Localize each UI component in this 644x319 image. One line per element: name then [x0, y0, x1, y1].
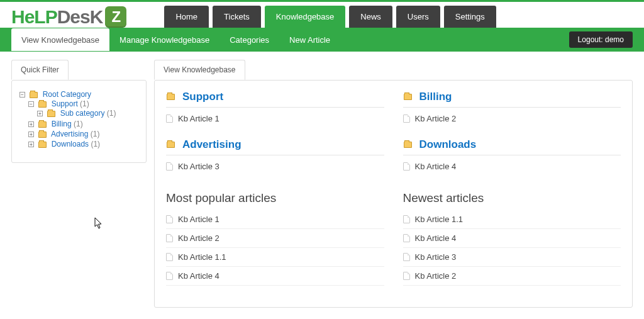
category-tree: − Root Category − Support (1)	[19, 89, 138, 150]
document-icon	[403, 272, 410, 280]
tree-count: (1)	[107, 109, 116, 118]
folder-icon	[404, 142, 412, 148]
subnav-new-article[interactable]: New Article	[279, 29, 340, 51]
subnav-categories[interactable]: Categories	[219, 29, 279, 51]
brand-badge: Z	[105, 6, 126, 28]
article-link[interactable]: Kb Article 1.1	[403, 210, 621, 229]
tree-count: (1)	[91, 140, 100, 148]
tree-toggle-icon[interactable]: −	[19, 92, 25, 98]
article-link[interactable]: Kb Article 1	[166, 210, 384, 229]
article-link[interactable]: Kb Article 2	[166, 229, 384, 248]
nav-home[interactable]: Home	[164, 6, 209, 28]
tree-downloads[interactable]: Downloads	[52, 140, 89, 148]
main-nav: Home Tickets Knowledgebase News Users Se…	[164, 6, 496, 28]
document-icon	[166, 234, 173, 242]
category-downloads[interactable]: Downloads	[403, 136, 621, 155]
article-link[interactable]: Kb Article 3	[166, 159, 384, 174]
newest-heading: Newest articles	[403, 191, 621, 205]
article-link[interactable]: Kb Article 4	[403, 229, 621, 248]
tree-toggle-icon[interactable]: +	[37, 111, 43, 116]
document-icon	[403, 115, 410, 123]
tree-root-category[interactable]: Root Category	[43, 90, 91, 99]
article-link[interactable]: Kb Article 2	[403, 111, 621, 126]
category-title: Advertising	[182, 138, 242, 151]
brand-part1: HeLP	[11, 6, 57, 28]
document-icon	[166, 215, 173, 223]
folder-icon	[38, 132, 47, 138]
nav-news[interactable]: News	[349, 6, 392, 28]
article-link[interactable]: Kb Article 4	[166, 267, 384, 286]
document-icon	[166, 272, 173, 280]
folder-icon	[47, 111, 55, 117]
popular-heading: Most popular articles	[166, 191, 384, 205]
folder-icon	[30, 92, 38, 98]
tree-count: (1)	[91, 130, 100, 138]
article-link[interactable]: Kb Article 3	[403, 248, 621, 267]
article-link[interactable]: Kb Article 1.1	[166, 248, 384, 267]
subnav-view-kb[interactable]: View Knowledgebase	[11, 28, 109, 51]
nav-knowledgebase[interactable]: Knowledgebase	[265, 6, 346, 28]
tree-sub-category[interactable]: Sub category	[60, 109, 105, 118]
category-advertising[interactable]: Advertising	[166, 136, 384, 155]
tree-support[interactable]: Support	[52, 99, 78, 108]
category-title: Support	[182, 91, 223, 103]
tree-toggle-icon[interactable]: +	[28, 142, 34, 147]
document-icon	[403, 215, 410, 223]
tree-toggle-icon[interactable]: +	[28, 121, 34, 127]
article-link[interactable]: Kb Article 2	[403, 267, 621, 286]
folder-icon	[404, 94, 412, 100]
tree-toggle-icon[interactable]: −	[28, 101, 34, 107]
document-icon	[166, 253, 173, 261]
brand-part2: DesK	[57, 6, 103, 28]
folder-icon	[167, 142, 175, 148]
nav-tickets[interactable]: Tickets	[213, 6, 261, 28]
category-billing[interactable]: Billing	[403, 88, 621, 108]
brand-logo[interactable]: HeLPDesK Z	[11, 6, 126, 28]
category-support[interactable]: Support	[166, 88, 384, 108]
document-icon	[166, 162, 173, 171]
sub-nav: View Knowledgebase Manage Knowledgebase …	[0, 28, 644, 52]
folder-icon	[167, 94, 175, 100]
folder-icon	[38, 121, 47, 128]
category-title: Billing	[419, 91, 452, 103]
tree-count: (1)	[80, 99, 89, 108]
article-link[interactable]: Kb Article 4	[403, 159, 621, 174]
tree-count: (1)	[74, 120, 83, 128]
tree-billing[interactable]: Billing	[52, 120, 72, 128]
sidebar-tab-quickfilter[interactable]: Quick Filter	[11, 60, 69, 80]
article-link[interactable]: Kb Article 1	[166, 111, 384, 126]
document-icon	[403, 234, 410, 242]
folder-icon	[38, 142, 47, 148]
document-icon	[403, 253, 410, 261]
subnav-manage-kb[interactable]: Manage Knowledgebase	[109, 29, 219, 51]
nav-settings[interactable]: Settings	[444, 6, 496, 28]
nav-users[interactable]: Users	[396, 6, 440, 28]
document-icon	[403, 162, 410, 171]
category-title: Downloads	[419, 138, 477, 151]
tree-advertising[interactable]: Advertising	[51, 130, 88, 138]
folder-icon	[38, 101, 47, 108]
logout-button[interactable]: Logout: demo	[569, 31, 633, 48]
document-icon	[166, 115, 173, 123]
tree-toggle-icon[interactable]: +	[28, 132, 34, 137]
main-tab-view-kb[interactable]: View Knowledgebase	[154, 60, 245, 80]
